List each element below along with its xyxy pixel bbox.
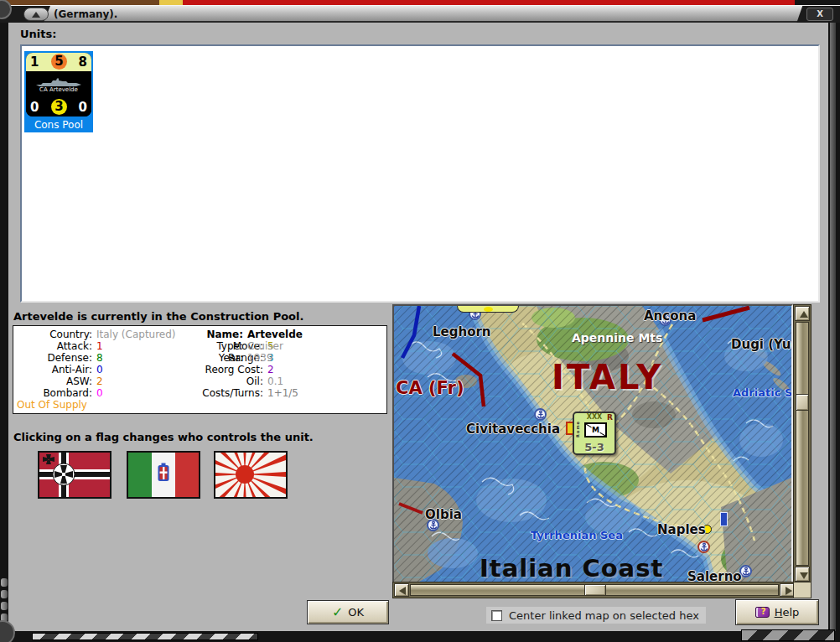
- cutoff-counter-fragment: [457, 306, 519, 313]
- vertical-scroll-track[interactable]: [796, 322, 809, 566]
- map-label-leghorn: Leghorn: [433, 324, 491, 339]
- stat-year: Year:1939: [200, 353, 273, 364]
- center-map-checkbox-label[interactable]: Center linked map on selected hex: [509, 609, 699, 622]
- help-button[interactable]: ? Help: [735, 599, 819, 625]
- counter-range-value: 3: [51, 99, 67, 115]
- map-label-olbia: Olbia: [425, 507, 462, 522]
- stat-antiair: Anti-Air:0: [15, 365, 103, 375]
- counter-top-band: 1 5 8: [26, 53, 91, 71]
- unit-symbol-box: M: [584, 422, 607, 437]
- map-label-civitavecchia: Civitavecchia: [466, 422, 560, 437]
- arrow-left-icon: [399, 587, 406, 595]
- italian-flag-image: [128, 453, 199, 497]
- supply-status: Out Of Supply: [17, 399, 87, 411]
- unit-tile-caption: Cons Pool: [24, 118, 93, 132]
- factory-icon: [720, 512, 728, 526]
- stat-reorgcost: Reorg Cost:2: [139, 365, 274, 375]
- unit-counter: 1 5 8 CA Artevelde 0 3 0: [26, 53, 91, 116]
- german-flag-button[interactable]: [38, 451, 111, 499]
- scroll-left-button[interactable]: [394, 583, 409, 597]
- stat-asw: ASW:2: [15, 376, 103, 387]
- center-map-checkbox[interactable]: [491, 610, 502, 621]
- counter-move-value: 5: [51, 54, 67, 70]
- horizontal-scroll-thumb[interactable]: [584, 584, 606, 596]
- stat-country: Country:Italy (Captured): [15, 329, 176, 340]
- japanese-flag-button[interactable]: [214, 451, 288, 499]
- ok-button-label: OK: [348, 606, 364, 619]
- counter-bottom-band: 0 3 0: [26, 98, 91, 116]
- counter-antiair-value: 0: [30, 99, 39, 116]
- units-section-label: Units:: [20, 28, 56, 40]
- window-title: (Germany).: [54, 8, 117, 20]
- hazard-stripes-left: [32, 633, 258, 640]
- frame-bottom: [0, 631, 840, 642]
- port-anchor-icon: [534, 408, 547, 421]
- game-window: (Germany). X Units: 1 5 8 CA Artevelde: [0, 0, 840, 642]
- vertical-scroll-thumb[interactable]: [796, 394, 809, 411]
- help-button-label: Help: [775, 606, 800, 619]
- stat-oil: Oil:0.1: [139, 376, 283, 387]
- frame-right: [828, 23, 840, 642]
- unit-tile-artevelde[interactable]: 1 5 8 CA Artevelde 0 3 0 Cons Pool: [24, 51, 93, 132]
- counter-asw-value: 0: [79, 99, 87, 116]
- checkmark-icon: ✓: [332, 604, 343, 620]
- map-vertical-scrollbar[interactable]: [793, 304, 811, 583]
- map-unit-rome-militia: XXX R Rome M 5-3: [573, 412, 616, 455]
- map-label-ancona: Ancona: [644, 308, 696, 324]
- stat-bombard: Bombard:0: [15, 388, 103, 399]
- unit-strength: 5-3: [574, 441, 614, 453]
- major-port-anchor-icon: [697, 541, 710, 553]
- map-label-dugi--yug-: Dugi (Yug): [731, 337, 793, 352]
- center-map-option: Center linked map on selected hex: [486, 607, 706, 624]
- triangle-up-icon: [32, 12, 40, 18]
- linked-map[interactable]: XXX R Rome M 5-3 LeghornAnconaApennine M…: [392, 304, 793, 583]
- map-label-naples: Naples: [657, 522, 706, 537]
- unit-corner-letter: R: [607, 413, 613, 422]
- map-label-tyrrhenian-sea: Tyrrhenian Sea: [531, 529, 623, 541]
- map-label-adriatic-sea: Adriatic Sea: [733, 386, 793, 399]
- stat-type: Type:Cruiser: [200, 341, 283, 352]
- help-book-icon: ?: [755, 607, 770, 618]
- hazard-stripes-right: [741, 629, 835, 641]
- map-label-italian-coast: Italian Coast: [480, 554, 663, 582]
- frame-right-band: [830, 23, 836, 642]
- counter-defense-value: 8: [79, 54, 87, 70]
- ok-button[interactable]: ✓ OK: [307, 600, 389, 624]
- flag-hint-text: Clicking on a flag changes who controls …: [13, 431, 314, 443]
- scroll-down-button[interactable]: [795, 567, 810, 582]
- japanese-flag-image: [215, 453, 286, 497]
- map-label-salerno: Salerno: [687, 569, 742, 583]
- scroll-up-button[interactable]: [795, 306, 810, 321]
- frame-left: [0, 23, 8, 642]
- unit-side-text: Rome: [575, 421, 580, 437]
- stat-name: Name:Artevelde: [200, 329, 303, 340]
- map-label-ca--fr-: CA (Fr): [396, 378, 464, 398]
- italian-flag-button[interactable]: [127, 451, 200, 499]
- title-bar: (Germany). X: [0, 5, 840, 23]
- dialog-body: Units: 1 5 8 CA Artevelde 0 3: [8, 23, 828, 631]
- arrow-right-icon: [786, 587, 792, 595]
- german-flag-image: [39, 453, 110, 497]
- scrollbar-corner: [793, 582, 811, 598]
- stat-coststurns: Costs/Turns:1+1/5: [139, 388, 298, 399]
- arrow-up-icon: [800, 311, 808, 318]
- unit-status-headline: Artevelde is currently in the Constructi…: [13, 310, 303, 323]
- map-label-apennine-mts: Apennine Mts: [572, 331, 662, 344]
- map-canvas[interactable]: XXX R Rome M 5-3 LeghornAnconaApennine M…: [394, 306, 791, 582]
- stat-defense: Defense:8: [15, 353, 103, 364]
- unit-stats-panel: Country:Italy (Captured)Attack:1Defense:…: [13, 325, 387, 414]
- units-list-panel: 1 5 8 CA Artevelde 0 3 0 Cons Pool: [20, 44, 820, 303]
- counter-unit-name: CA Artevelde: [26, 86, 91, 93]
- counter-attack-value: 1: [30, 54, 39, 70]
- arrow-down-icon: [800, 572, 808, 579]
- stat-attack: Attack:1: [15, 341, 103, 352]
- map-horizontal-scrollbar[interactable]: [392, 582, 796, 598]
- rollup-button[interactable]: [23, 8, 49, 21]
- close-button[interactable]: X: [806, 8, 833, 21]
- map-label-italy: ITALY: [552, 358, 663, 396]
